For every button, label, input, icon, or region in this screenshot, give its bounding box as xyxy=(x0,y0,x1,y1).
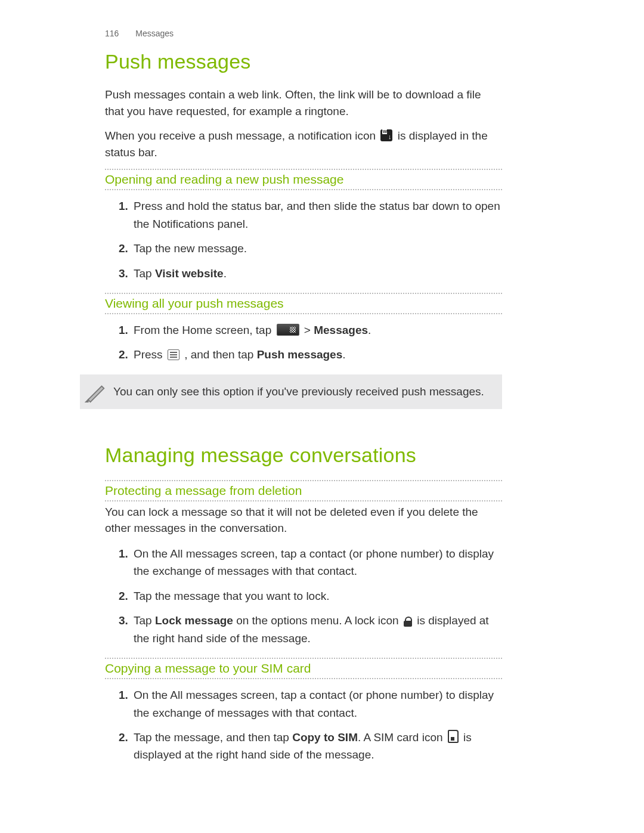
list-item: Press and hold the status bar, and then … xyxy=(131,197,502,233)
list-item: On the All messages screen, tap a contac… xyxy=(131,545,502,580)
list-item: Tap Lock message on the options menu. A … xyxy=(131,612,502,647)
sim-card-icon xyxy=(448,730,459,743)
text: Press xyxy=(134,348,166,361)
text: Tap the message, and then tap xyxy=(134,731,292,744)
subheading-copy-sim: Copying a message to your SIM card xyxy=(105,661,502,676)
action-label: Lock message xyxy=(155,614,233,627)
all-apps-icon xyxy=(277,324,299,336)
subheading-viewing-push: Viewing all your push messages xyxy=(105,296,502,311)
divider xyxy=(105,480,502,481)
divider xyxy=(105,169,502,170)
action-label: Messages xyxy=(314,324,368,336)
text: Tap xyxy=(134,614,155,627)
lock-icon xyxy=(404,617,412,626)
page-number: 116 xyxy=(105,29,119,38)
divider xyxy=(105,500,502,501)
steps-protecting: On the All messages screen, tap a contac… xyxy=(105,545,502,647)
paragraph: When you receive a push message, a notif… xyxy=(105,128,502,160)
divider xyxy=(105,189,502,190)
subheading-protecting: Protecting a message from deletion xyxy=(105,484,502,498)
list-item: On the All messages screen, tap a contac… xyxy=(131,686,502,721)
note-text: You can only see this option if you've p… xyxy=(113,385,484,398)
action-label: Visit website xyxy=(155,267,224,280)
list-item: Tap the message, and then tap Copy to SI… xyxy=(131,729,502,764)
list-item: Press , and then tap Push messages. xyxy=(131,346,502,363)
text: . xyxy=(224,267,227,280)
text: > xyxy=(301,324,314,336)
text: . A SIM card icon xyxy=(358,731,446,744)
paragraph: Push messages contain a web link. Often,… xyxy=(105,86,502,119)
pencil-icon xyxy=(85,380,107,403)
steps-copy-sim: On the All messages screen, tap a contac… xyxy=(105,686,502,764)
text: . xyxy=(368,324,371,336)
heading-managing-conversations: Managing message conversations xyxy=(105,444,502,467)
text: From the Home screen, tap xyxy=(134,324,275,336)
list-item: Tap the message that you want to lock. xyxy=(131,587,502,605)
steps-opening-push: Press and hold the status bar, and then … xyxy=(105,197,502,282)
divider xyxy=(105,293,502,294)
divider xyxy=(105,658,502,659)
text: Tap xyxy=(134,267,155,280)
text: When you receive a push message, a notif… xyxy=(105,129,379,142)
page-content: Managing message conversations Protectin… xyxy=(105,444,502,764)
menu-icon xyxy=(168,349,179,360)
note-box: You can only see this option if you've p… xyxy=(80,374,502,409)
action-label: Push messages xyxy=(257,348,343,361)
text: , and then tap xyxy=(181,348,257,361)
section-name: Messages xyxy=(135,29,174,38)
subheading-opening-push: Opening and reading a new push message xyxy=(105,172,502,187)
list-item: Tap the new message. xyxy=(131,240,502,257)
text: . xyxy=(342,348,345,361)
divider xyxy=(105,678,502,679)
page-header: 116 Messages xyxy=(105,29,501,38)
list-item: Tap Visit website. xyxy=(131,265,502,282)
list-item: From the Home screen, tap > Messages. xyxy=(131,321,502,339)
text: on the options menu. A lock icon xyxy=(233,614,402,627)
page-content: Push messages Push messages contain a we… xyxy=(105,50,502,364)
push-notification-icon xyxy=(380,129,392,141)
heading-push-messages: Push messages xyxy=(105,50,502,73)
paragraph: You can lock a message so that it will n… xyxy=(105,504,502,537)
document-page: 116 Messages Push messages Push messages… xyxy=(0,0,644,764)
divider xyxy=(105,313,502,314)
steps-viewing-push: From the Home screen, tap > Messages. Pr… xyxy=(105,321,502,364)
action-label: Copy to SIM xyxy=(292,731,358,744)
